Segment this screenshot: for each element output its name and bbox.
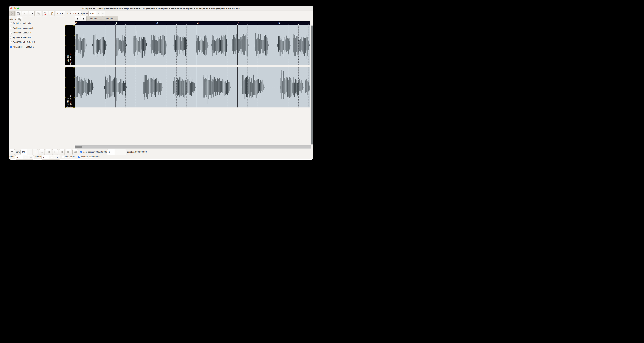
svg-text:2: 2 (156, 22, 158, 24)
svg-text:5: 5 (278, 22, 280, 24)
svg-text:44100 [Hz]: 44100 [Hz] (67, 97, 69, 107)
svg-text:signed 16 bit: signed 16 bit (70, 95, 72, 107)
svg-text:0: 0 (75, 22, 77, 24)
svg-text:1: 1 (116, 22, 117, 24)
svg-text:44100 [Hz]: 44100 [Hz] (67, 55, 69, 65)
svg-text:3: 3 (197, 22, 198, 24)
svg-text:4: 4 (238, 22, 239, 24)
svg-text:signed 16 bit: signed 16 bit (70, 53, 72, 65)
